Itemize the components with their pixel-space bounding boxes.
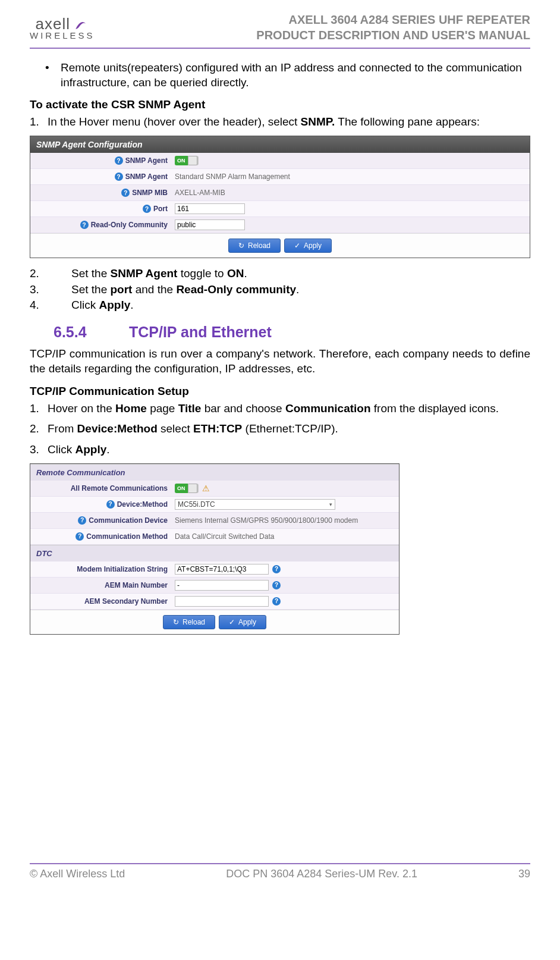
all-remote-toggle[interactable]: ON [175, 484, 199, 493]
community-input[interactable] [175, 219, 245, 230]
help-icon[interactable]: ? [115, 172, 123, 181]
step-number: 3. [30, 443, 48, 457]
field-label: All Remote Communications [71, 484, 168, 492]
snmp-agent-toggle[interactable]: ON [175, 156, 199, 165]
toggle-on-label: ON [175, 484, 188, 493]
text: page [147, 402, 178, 415]
tcpip-setup-heading: TCP/IP Communication Setup [30, 385, 530, 398]
reload-icon: ↻ [173, 618, 179, 626]
text: . [244, 267, 247, 280]
text-bold: Apply [99, 299, 130, 311]
text: select [158, 422, 193, 435]
text: . [296, 283, 299, 296]
field-label: Communication Device [89, 516, 168, 525]
select-value: MC55i.DTC [178, 500, 215, 509]
button-label: Reload [183, 618, 205, 626]
document-title: AXELL 3604 A284 SERIES UHF REPEATER PROD… [256, 12, 530, 43]
title-line-1: AXELL 3604 A284 SERIES UHF REPEATER [256, 12, 530, 27]
logo: axell WIRELESS [30, 15, 95, 40]
help-icon[interactable]: ? [272, 581, 281, 589]
port-input[interactable] [175, 203, 245, 214]
text: . [130, 299, 133, 311]
section-heading: 6.5.4 TCP/IP and Ethernet [54, 324, 530, 341]
panel-title: SNMP Agent Configuration [30, 136, 530, 153]
step-number: 1. [30, 115, 48, 130]
help-icon[interactable]: ? [272, 565, 281, 573]
help-icon[interactable]: ? [75, 532, 84, 541]
section-paragraph: TCP/IP communication is run over a compa… [30, 347, 530, 376]
apply-button[interactable]: ✓ Apply [284, 239, 332, 253]
text: From [48, 422, 77, 435]
snmp-activate-heading: To activate the CSR SNMP Agent [30, 98, 530, 111]
field-value: Siemens Internal GSM/GPRS 950/900/1800/1… [171, 514, 399, 526]
field-label: Communication Method [86, 532, 168, 541]
button-label: Reload [248, 241, 270, 250]
text-bold: SNMP Agent [111, 267, 178, 280]
help-icon[interactable]: ? [78, 516, 86, 525]
modem-init-input[interactable] [175, 564, 269, 575]
reload-button[interactable]: ↻ Reload [163, 615, 215, 629]
step-number: 2. [30, 266, 71, 281]
step-number: 2. [30, 422, 48, 437]
aem-main-input[interactable] [175, 580, 269, 591]
field-label: SNMP MIB [132, 189, 168, 197]
section-title: TCP/IP and Ethernet [129, 324, 272, 340]
panel-title: Remote Communication [30, 464, 399, 481]
field-label: SNMP Agent [125, 172, 168, 181]
section-number: 6.5.4 [54, 324, 125, 341]
text: . [106, 443, 109, 456]
bullet-item: • Remote units(repeaters) configured wit… [45, 61, 530, 90]
text: and the [132, 283, 176, 296]
text: Hover on the [48, 402, 115, 415]
text-bold: ON [227, 267, 244, 280]
text: bar and choose [201, 402, 285, 415]
footer-copyright: © Axell Wireless Ltd [30, 868, 125, 880]
reload-icon: ↻ [238, 241, 244, 250]
page-footer: © Axell Wireless Ltd DOC PN 3604 A284 Se… [30, 863, 530, 880]
text-bold: Device:Method [77, 422, 158, 435]
step-number: 1. [30, 401, 48, 416]
field-label: SNMP Agent [125, 156, 168, 165]
button-label: Apply [238, 618, 256, 626]
help-icon[interactable]: ? [121, 189, 130, 197]
check-icon: ✓ [294, 241, 300, 250]
snmp-step-2: 2. Set the SNMP Agent toggle to ON. [30, 266, 530, 281]
text-bold: Apply [75, 443, 106, 456]
toggle-on-label: ON [175, 156, 188, 165]
text: Click [71, 299, 99, 311]
help-icon[interactable]: ? [143, 205, 151, 213]
help-icon[interactable]: ? [115, 156, 123, 165]
bullet-text: Remote units(repeaters) configured with … [61, 61, 530, 90]
field-value: Data Call/Circuit Switched Data [171, 531, 399, 542]
bullet-icon: • [45, 61, 61, 90]
logo-text: axell [36, 16, 70, 32]
toggle-knob [188, 156, 197, 165]
text-bold: Read-Only community [176, 283, 296, 296]
field-label: Device:Method [117, 500, 168, 509]
text: Click [48, 443, 75, 456]
field-label: AEM Secondary Number [84, 597, 168, 606]
footer-pageno: 39 [518, 868, 530, 880]
help-icon[interactable]: ? [106, 500, 115, 509]
tcpip-step-2: 2. From Device:Method select ETH:TCP (Et… [30, 422, 530, 437]
device-method-select[interactable]: MC55i.DTC ▾ [175, 499, 335, 510]
chevron-down-icon: ▾ [329, 501, 332, 507]
remote-comm-panel: Remote Communication All Remote Communic… [30, 463, 399, 635]
text-bold: Title [178, 402, 202, 415]
page-header: axell WIRELESS AXELL 3604 A284 SERIES UH… [30, 12, 530, 49]
apply-button[interactable]: ✓ Apply [219, 615, 266, 629]
text: (Ethernet:TCP/IP). [242, 422, 338, 435]
snmp-step-3: 3. Set the port and the Read-Only commun… [30, 283, 530, 297]
text: In the Hover menu (hover over the header… [48, 115, 301, 128]
warning-icon: ⚠ [202, 484, 210, 493]
text-bold: ETH:TCP [193, 422, 242, 435]
dtc-title: DTC [30, 545, 399, 561]
field-label: AEM Main Number [105, 581, 168, 589]
help-icon[interactable]: ? [272, 597, 281, 606]
text: Set the [71, 283, 111, 296]
check-icon: ✓ [229, 618, 235, 626]
help-icon[interactable]: ? [80, 221, 89, 229]
aem-secondary-input[interactable] [175, 596, 269, 607]
field-value: Standard SNMP Alarm Management [171, 171, 530, 183]
reload-button[interactable]: ↻ Reload [228, 239, 281, 253]
